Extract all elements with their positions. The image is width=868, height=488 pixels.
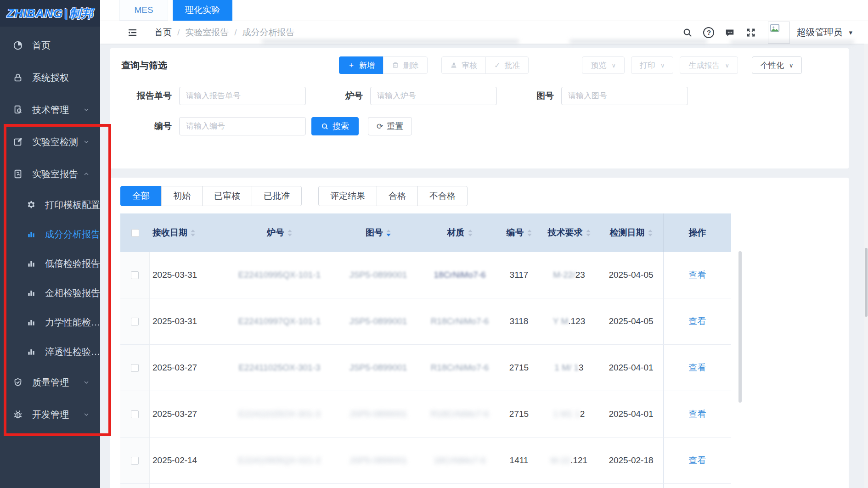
redaction-smudge: [262, 39, 519, 44]
view-link[interactable]: 查看: [689, 315, 706, 327]
col-receive-date[interactable]: 接收日期: [150, 213, 223, 252]
cell-furnace-no-redacted: E22410995QX-101-1: [223, 252, 336, 298]
status-tab-all[interactable]: 全部: [120, 186, 162, 206]
bar-chart-icon: [27, 347, 36, 357]
tab-mes[interactable]: MES: [119, 0, 168, 21]
col-drawing-no[interactable]: 图号: [336, 213, 421, 252]
sort-icon-active-desc[interactable]: [386, 230, 391, 236]
add-button[interactable]: ＋ 新增: [339, 56, 383, 74]
search-icon[interactable]: [681, 26, 694, 39]
search-icon: [321, 123, 329, 130]
help-icon[interactable]: ?: [702, 26, 716, 39]
preview-button-label: 预览: [591, 60, 606, 71]
sidebar-item-mechanical-report[interactable]: 力学性能检…: [0, 308, 100, 337]
filter-panel: 查询与筛选 ＋ 新增 删除: [110, 48, 849, 168]
breadcrumb-home[interactable]: 首页: [154, 27, 172, 39]
result-tab-label[interactable]: 评定结果: [318, 186, 377, 206]
search-button[interactable]: 搜索: [311, 117, 359, 135]
result-tab-unqualified[interactable]: 不合格: [417, 186, 468, 206]
col-serial-no[interactable]: 编号: [499, 213, 539, 252]
sidebar-item-label: 实验室报告: [32, 168, 78, 180]
cell-tech-req: 1 M1 12: [539, 391, 599, 437]
sidebar-item-composition-report[interactable]: 成分分析报告: [0, 219, 100, 249]
caret-down-icon[interactable]: ▾: [849, 28, 852, 37]
sidebar-menu: 首页 系统授权 技术管理 实验室检测: [0, 27, 100, 431]
delete-button[interactable]: 删除: [383, 56, 428, 74]
status-tab-reviewed[interactable]: 已审核: [202, 186, 252, 206]
serial-no-label: 编号: [121, 120, 172, 132]
view-link[interactable]: 查看: [689, 269, 706, 281]
print-button[interactable]: 打印 ∨: [631, 56, 674, 74]
sidebar-item-quality-mgmt[interactable]: 质量管理: [0, 366, 100, 398]
refresh-icon: ⟳: [377, 122, 383, 131]
cell-furnace-no-redacted: E22411025OX-301-3: [223, 345, 336, 391]
row-checkbox[interactable]: [131, 457, 139, 465]
sort-icon[interactable]: [287, 230, 292, 236]
col-material[interactable]: 材质: [421, 213, 499, 252]
row-checkbox[interactable]: [131, 318, 139, 325]
breadcrumb-current: 成分分析报告: [242, 27, 295, 39]
status-tab-approved[interactable]: 已批准: [252, 186, 302, 206]
approve-button[interactable]: ✓ 批准: [485, 56, 529, 74]
tab-physchem-lab[interactable]: 理化实验: [173, 0, 232, 21]
sidebar-item-metallographic-report[interactable]: 金相检验报告: [0, 278, 100, 308]
preview-button[interactable]: 预览 ∨: [582, 56, 625, 74]
brand-logo: ZHIBANG | 制邦: [0, 0, 100, 27]
sidebar-item-lab-report[interactable]: 实验室报告: [0, 158, 100, 190]
reset-button[interactable]: ⟳ 重置: [368, 117, 412, 135]
sidebar-item-print-template[interactable]: 打印模板配置: [0, 190, 100, 219]
generate-report-button[interactable]: 生成报告 ∨: [680, 56, 738, 74]
sort-icon[interactable]: [648, 230, 653, 236]
sort-icon[interactable]: [586, 230, 591, 236]
toolbar: ＋ 新增 删除: [339, 56, 802, 74]
row-checkbox[interactable]: [131, 271, 139, 279]
sidebar-item-hardenability-report[interactable]: 淬透性检验…: [0, 337, 100, 366]
print-button-label: 打印: [640, 60, 655, 71]
status-tab-initial[interactable]: 初始: [161, 186, 203, 206]
furnace-no-input[interactable]: [370, 87, 497, 105]
page-scrollbar-thumb[interactable]: [865, 248, 868, 317]
view-link[interactable]: 查看: [689, 362, 706, 374]
check-icon: ✓: [494, 61, 500, 70]
review-button[interactable]: 审核: [441, 56, 486, 74]
sidebar-item-system-auth[interactable]: 系统授权: [0, 62, 100, 94]
sidebar-item-dev-mgmt[interactable]: 开发管理: [0, 398, 100, 431]
sort-icon[interactable]: [527, 230, 532, 236]
select-all-checkbox[interactable]: [131, 229, 139, 237]
drawing-no-input[interactable]: [561, 87, 688, 105]
message-icon[interactable]: [723, 26, 737, 39]
cell-receive-date: 2025-03-27: [150, 391, 223, 437]
sidebar-item-lab-test[interactable]: 实验室检测: [0, 126, 100, 158]
col-furnace-no[interactable]: 炉号: [223, 213, 336, 252]
review-button-label: 审核: [462, 60, 477, 71]
personalize-button[interactable]: 个性化 ∨: [752, 56, 802, 74]
breadcrumb-lab-report[interactable]: 实验室报告: [185, 27, 229, 39]
sort-icon[interactable]: [191, 230, 195, 236]
sidebar-item-label: 低倍检验报告: [45, 258, 100, 270]
serial-no-input[interactable]: [179, 117, 306, 135]
view-link[interactable]: 查看: [689, 454, 706, 466]
report-no-input[interactable]: [179, 87, 306, 105]
row-checkbox[interactable]: [131, 364, 139, 372]
sidebar-collapse-icon[interactable]: [127, 27, 138, 38]
fullscreen-icon[interactable]: [744, 26, 758, 39]
sort-icon[interactable]: [468, 230, 473, 236]
row-checkbox[interactable]: [131, 410, 139, 418]
chevron-down-icon: ∨: [725, 62, 729, 69]
current-user-name[interactable]: 超级管理员: [796, 26, 842, 39]
view-link[interactable]: 查看: [689, 408, 706, 420]
sidebar: ZHIBANG | 制邦 首页 系统授权 技术管理: [0, 0, 100, 488]
cell-tech-req: 1 M/ 13: [539, 345, 599, 391]
sidebar-item-tech-mgmt[interactable]: 技术管理: [0, 94, 100, 126]
table-row: 2025-02-14 E22410905QX-021-2 JSP5-089900…: [120, 438, 731, 484]
sidebar-item-home[interactable]: 首页: [0, 29, 100, 62]
result-tab-qualified[interactable]: 合格: [377, 186, 418, 206]
col-tech-req[interactable]: 技术要求: [539, 213, 599, 252]
cell-material-redacted: 18CrNiMo7-6: [421, 438, 499, 483]
col-test-date[interactable]: 检测日期: [599, 213, 663, 252]
sidebar-item-label: 实验室检测: [32, 136, 78, 148]
page-scrollbar[interactable]: [864, 44, 868, 488]
cell-furnace-no-redacted: E22410905QX-021-2: [223, 438, 336, 483]
sidebar-item-lowmag-report[interactable]: 低倍检验报告: [0, 249, 100, 278]
table-scrollbar-thumb[interactable]: [738, 251, 742, 403]
